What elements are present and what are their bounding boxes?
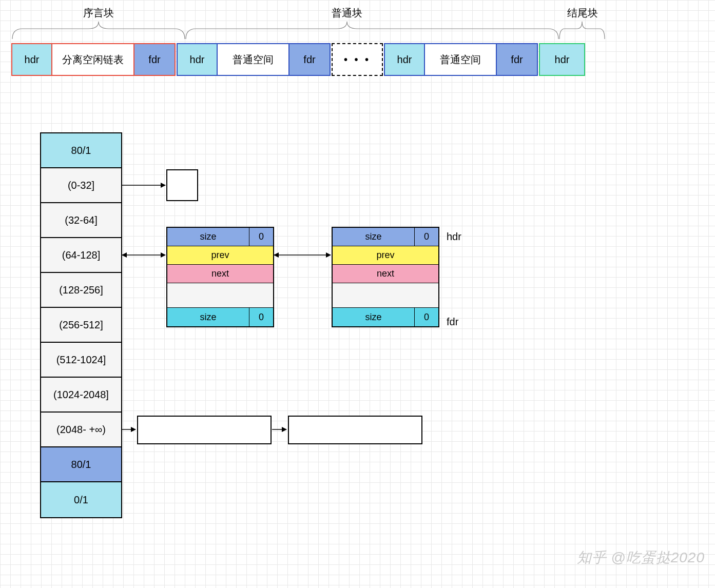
node2-payload	[333, 283, 438, 308]
block1-payload: 普通空间	[218, 43, 289, 76]
bucket-2: (64-128]	[41, 238, 121, 273]
label-normal: 普通块	[316, 6, 378, 20]
bucket-3: (128-256]	[41, 273, 121, 308]
side-label-fdr: fdr	[447, 316, 458, 328]
node1-prev: prev	[167, 246, 273, 265]
free-block-node-2: size 0 prev next size 0	[332, 227, 439, 327]
node2-prev: prev	[333, 246, 438, 265]
node2-fdr-alloc: 0	[415, 308, 438, 326]
bucket-6: (1024-2048]	[41, 378, 121, 413]
freelist-footer: 80/1	[41, 447, 121, 482]
node1-next: next	[167, 265, 273, 283]
heap-layout-row: hdr 分离空闲链表 fdr hdr 普通空间 fdr • • • hdr 普通…	[11, 43, 585, 76]
block2-payload: 普通空间	[425, 43, 497, 76]
bucket-0: (0-32]	[41, 168, 121, 203]
freelist-epilogue: 0/1	[41, 482, 121, 517]
node2-next: next	[333, 265, 438, 283]
block1-hdr: hdr	[177, 43, 218, 76]
block1-fdr: fdr	[289, 43, 331, 76]
free-list-column: 80/1 (0-32] (32-64] (64-128] (128-256] (…	[40, 132, 122, 518]
bucket-7: (2048- +∞)	[41, 413, 121, 447]
empty-node-box	[166, 169, 198, 201]
bucket-4: (256-512]	[41, 308, 121, 343]
prologue-fdr: fdr	[134, 43, 176, 76]
label-epilogue: 结尾块	[552, 6, 613, 20]
node1-fdr-alloc: 0	[249, 308, 273, 326]
node1-fdr-size: size	[167, 308, 249, 326]
prologue-payload: 分离空闲链表	[52, 43, 134, 76]
bucket-1: (32-64]	[41, 203, 121, 238]
node2-hdr-size: size	[333, 228, 415, 246]
wide-node-box-2	[288, 416, 422, 444]
block2-fdr: fdr	[497, 43, 538, 76]
bucket-5: (512-1024]	[41, 343, 121, 378]
node2-fdr-size: size	[333, 308, 415, 326]
label-prologue: 序言块	[68, 6, 129, 20]
node2-hdr-alloc: 0	[415, 228, 438, 246]
freelist-header: 80/1	[41, 133, 121, 168]
epilogue-hdr: hdr	[539, 43, 585, 76]
side-label-hdr: hdr	[447, 231, 461, 243]
node1-hdr-size: size	[167, 228, 249, 246]
ellipsis-block: • • •	[332, 43, 383, 76]
wide-node-box-1	[137, 416, 272, 444]
node1-payload	[167, 283, 273, 308]
watermark: 知乎 @吃蛋挞2020	[577, 548, 705, 567]
prologue-hdr: hdr	[11, 43, 52, 76]
node1-hdr-alloc: 0	[249, 228, 273, 246]
free-block-node-1: size 0 prev next size 0	[166, 227, 274, 327]
block2-hdr: hdr	[384, 43, 425, 76]
